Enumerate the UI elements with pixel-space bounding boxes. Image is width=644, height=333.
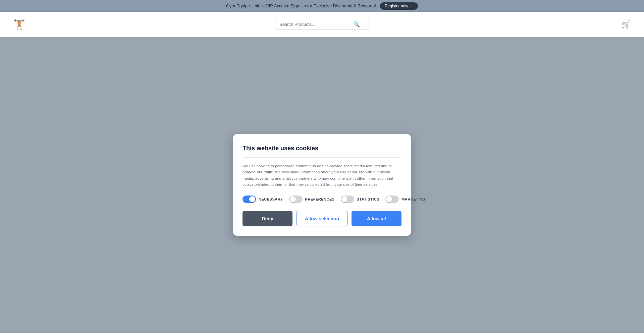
cookie-description: We use cookies to personalise content an… <box>243 163 401 188</box>
search-container: 🔍 <box>275 19 369 30</box>
toggle-knob-necessary <box>249 196 255 202</box>
toggle-knob-marketing <box>386 196 392 202</box>
toggle-necessary[interactable] <box>243 196 256 203</box>
toggle-knob-preferences <box>290 196 296 202</box>
toggle-label-preferences: PREFERENCES <box>305 197 335 201</box>
deny-button[interactable]: Deny <box>243 211 292 226</box>
allow-selection-label: Allow selection <box>305 216 339 221</box>
allow-selection-button[interactable]: Allow selection <box>297 211 347 226</box>
logo-icon: 🏋 <box>13 19 25 30</box>
allow-all-label: Allow all <box>367 216 386 221</box>
toggle-label-marketing: MARKETING <box>401 197 425 201</box>
toggle-group-preferences: PREFERENCES <box>289 196 335 203</box>
announcement-text: Gym Equip • Unlock VIP Access: Sign Up f… <box>226 3 376 8</box>
toggle-marketing[interactable] <box>385 196 399 203</box>
announcement-bar: Gym Equip • Unlock VIP Access: Sign Up f… <box>0 0 644 12</box>
modal-overlay: This website uses cookies We use cookies… <box>0 37 644 333</box>
header: 🏋 🔍 🛒 <box>0 12 644 37</box>
toggle-statistics[interactable] <box>341 196 354 203</box>
toggle-group-necessary: NECESSARY <box>243 196 283 203</box>
header-right: 🛒 <box>622 20 631 29</box>
search-input[interactable] <box>279 22 353 27</box>
cookie-title: This website uses cookies <box>243 145 401 152</box>
toggle-label-statistics: STATISTICS <box>357 197 380 201</box>
toggle-label-necessary: NECESSARY <box>259 197 283 201</box>
main-background: This website uses cookies We use cookies… <box>0 37 644 333</box>
toggle-preferences[interactable] <box>289 196 303 203</box>
register-label: Register now → <box>385 4 413 8</box>
register-button[interactable]: Register now → <box>380 2 418 10</box>
buttons-row: Deny Allow selection Allow all <box>243 211 401 226</box>
search-icon[interactable]: 🔍 <box>353 21 360 27</box>
toggles-row: NECESSARY PREFERENCES STATISTICS <box>243 196 401 203</box>
deny-label: Deny <box>262 216 273 221</box>
cookie-divider <box>243 157 401 158</box>
toggle-group-marketing: MARKETING <box>385 196 425 203</box>
cookie-modal: This website uses cookies We use cookies… <box>233 134 411 236</box>
toggle-knob-statistics <box>341 196 347 202</box>
allow-all-button[interactable]: Allow all <box>352 211 401 226</box>
cart-icon[interactable]: 🛒 <box>622 20 631 29</box>
toggle-group-statistics: STATISTICS <box>341 196 380 203</box>
